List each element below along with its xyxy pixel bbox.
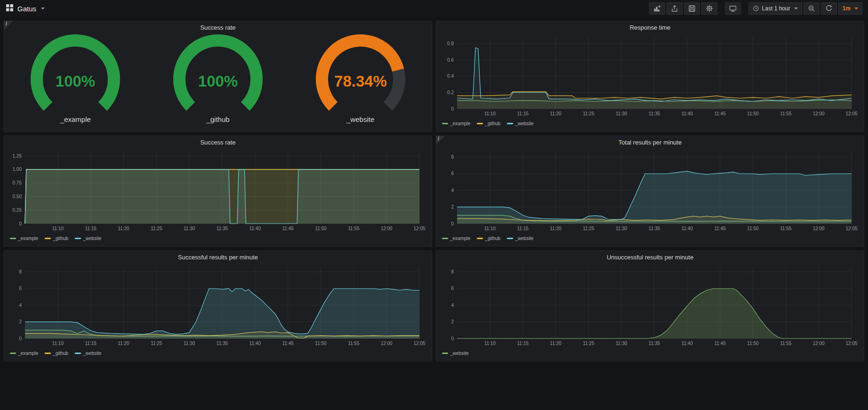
svg-text:11:10: 11:10 <box>52 226 64 231</box>
svg-text:4: 4 <box>19 303 22 308</box>
svg-text:11:30: 11:30 <box>184 226 195 231</box>
svg-text:11:10: 11:10 <box>484 226 496 231</box>
svg-text:11:40: 11:40 <box>682 226 693 231</box>
panel-title[interactable]: Total results per minute <box>619 139 682 146</box>
svg-text:11:55: 11:55 <box>780 226 792 231</box>
panel-header: Successful results per minute <box>4 251 432 263</box>
panel-title[interactable]: Successful results per minute <box>178 254 258 261</box>
svg-text:11:30: 11:30 <box>616 341 627 346</box>
legend-label: _example <box>450 121 470 126</box>
legend-label: _website <box>83 236 101 241</box>
gauge-example: 100% _example <box>21 34 129 123</box>
add-panel-button[interactable] <box>649 2 665 15</box>
legend-item-_website[interactable]: _website <box>75 349 101 357</box>
svg-text:11:25: 11:25 <box>583 341 595 346</box>
svg-text:100%: 100% <box>198 72 238 90</box>
svg-text:12:05: 12:05 <box>845 226 857 231</box>
svg-text:2: 2 <box>451 204 454 209</box>
refresh-interval-button[interactable]: 1m <box>838 2 862 15</box>
svg-text:11:55: 11:55 <box>348 341 360 346</box>
svg-text:0.75: 0.75 <box>13 180 22 185</box>
svg-text:11:40: 11:40 <box>682 111 693 116</box>
chevron-down-icon[interactable] <box>41 8 45 9</box>
time-range-label: Last 1 hour <box>762 5 790 12</box>
svg-text:0: 0 <box>19 336 22 341</box>
legend-swatch <box>45 353 51 354</box>
gauge-arc-github: 100% <box>164 34 272 114</box>
svg-text:12:00: 12:00 <box>813 226 825 231</box>
svg-text:8: 8 <box>451 154 454 160</box>
panel-title[interactable]: Success rate <box>200 139 235 146</box>
legend-item-_github[interactable]: _github <box>45 234 68 242</box>
legend-item-_example[interactable]: _example <box>442 120 470 128</box>
legend-label: _github <box>53 236 68 241</box>
response-time-chart: 11:1011:1511:2011:2511:3011:3511:4011:45… <box>440 33 860 118</box>
time-range-button[interactable]: Last 1 hour <box>748 2 802 15</box>
svg-text:11:50: 11:50 <box>747 111 759 116</box>
chart-legend: _website <box>436 348 864 357</box>
legend-item-_github[interactable]: _github <box>477 234 500 242</box>
legend-item-_example[interactable]: _example <box>10 234 38 242</box>
tv-mode-button[interactable] <box>725 2 741 15</box>
svg-text:0.2: 0.2 <box>447 90 454 95</box>
gauge-label: _github <box>206 115 229 123</box>
legend-label: _example <box>18 351 38 356</box>
svg-text:4: 4 <box>451 303 454 308</box>
svg-text:2: 2 <box>19 319 22 324</box>
legend-item-_github[interactable]: _github <box>45 349 68 357</box>
svg-text:6: 6 <box>19 286 22 291</box>
panel-total-results: i Total results per minute 11:1011:1511:… <box>436 136 864 247</box>
unsuccessful-results-chart: 11:1011:1511:2011:2511:3011:3511:4011:45… <box>440 263 860 348</box>
panel-info-icon[interactable]: i <box>436 136 445 145</box>
dashboard-title[interactable]: Gatus <box>17 5 36 13</box>
refresh-button[interactable] <box>821 2 837 15</box>
settings-gear-icon[interactable] <box>701 2 717 15</box>
total-results-chart: 11:1011:1511:2011:2511:3011:3511:4011:45… <box>440 148 860 233</box>
svg-text:11:20: 11:20 <box>550 341 562 346</box>
legend-swatch <box>75 353 81 354</box>
svg-text:12:05: 12:05 <box>845 341 857 346</box>
svg-text:11:20: 11:20 <box>118 226 129 231</box>
svg-text:11:20: 11:20 <box>118 341 129 346</box>
zoom-out-button[interactable] <box>804 2 820 15</box>
svg-text:6: 6 <box>451 171 454 176</box>
panel-success-rate-gauges: i Success rate 100% _example 100% _githu… <box>4 21 432 132</box>
legend-label: _github <box>485 121 500 126</box>
refresh-interval-label: 1m <box>843 5 851 12</box>
success-rate-chart: 11:1011:1511:2011:2511:3011:3511:4011:45… <box>8 148 428 233</box>
svg-text:11:50: 11:50 <box>747 226 759 231</box>
chevron-down-icon <box>854 8 858 9</box>
gauge-arc-example: 100% <box>21 34 129 114</box>
svg-text:0: 0 <box>451 221 454 226</box>
legend-item-_website[interactable]: _website <box>507 120 533 128</box>
share-button[interactable] <box>667 2 683 15</box>
legend-label: _github <box>485 236 500 241</box>
legend-item-_example[interactable]: _example <box>442 234 470 242</box>
panel-title[interactable]: Unsuccessful results per minute <box>607 254 693 261</box>
svg-text:11:50: 11:50 <box>747 341 759 346</box>
legend-item-_example[interactable]: _example <box>10 349 38 357</box>
chart-legend: _example_github_website <box>4 233 432 242</box>
legend-swatch <box>507 123 513 124</box>
svg-text:0.25: 0.25 <box>13 208 22 213</box>
svg-text:11:10: 11:10 <box>484 111 496 116</box>
svg-text:0.4: 0.4 <box>447 73 454 79</box>
svg-text:78.34%: 78.34% <box>334 72 387 90</box>
panel-title[interactable]: Response time <box>630 24 671 31</box>
legend-item-_website[interactable]: _website <box>442 349 468 357</box>
panel-title[interactable]: Success rate <box>200 24 235 31</box>
svg-text:12:05: 12:05 <box>845 111 857 116</box>
legend-item-_website[interactable]: _website <box>75 234 101 242</box>
legend-swatch <box>442 238 448 239</box>
legend-swatch <box>10 353 16 354</box>
gauge-label: _example <box>60 115 91 123</box>
save-button[interactable] <box>684 2 700 15</box>
svg-text:11:55: 11:55 <box>780 341 792 346</box>
svg-text:11:20: 11:20 <box>550 111 562 116</box>
panel-info-icon[interactable]: i <box>4 21 13 30</box>
legend-item-_website[interactable]: _website <box>507 234 533 242</box>
panel-header: Success rate <box>4 21 432 33</box>
legend-item-_github[interactable]: _github <box>477 120 500 128</box>
svg-text:11:50: 11:50 <box>315 341 327 346</box>
dashboard-grid-icon[interactable] <box>6 4 14 14</box>
